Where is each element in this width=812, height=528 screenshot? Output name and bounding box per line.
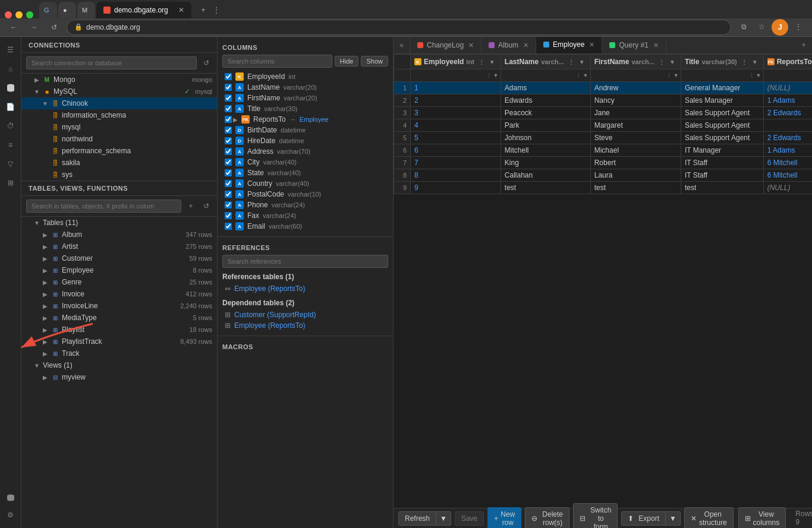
sidebar-list-btn[interactable]: ≡ (2, 137, 19, 153)
sidebar-file-btn[interactable]: 📄 (2, 99, 19, 115)
table-row[interactable]: 1 1 Adams Andrew General Manager (NULL) (394, 82, 813, 94)
cell-title[interactable]: Sales Support Agent (681, 107, 763, 119)
add-tab-btn[interactable]: + (795, 37, 812, 53)
sidebar-chart-btn[interactable]: ▽ (2, 156, 19, 172)
table-album[interactable]: ▶ ⊞ Album 347 rows (21, 229, 217, 241)
column-checkbox[interactable] (225, 180, 232, 187)
cell-reportsto[interactable]: 6 Mitchell (763, 169, 812, 182)
sidebar-hamburger-btn[interactable]: ☰ (2, 42, 19, 58)
column-checkbox[interactable] (225, 148, 232, 155)
tab-close-btn[interactable]: ✕ (653, 42, 659, 49)
filter-options-btn[interactable]: ⋮ (748, 71, 755, 80)
col-filter-btn[interactable]: ▼ (668, 57, 677, 67)
table-row[interactable]: 8 8 Callahan Laura IT Staff 6 Mitchell (394, 169, 813, 182)
sys-db[interactable]: 🗄 sys (21, 169, 217, 181)
show-columns-btn[interactable]: Show (361, 56, 388, 67)
cell-title[interactable]: General Manager (681, 82, 763, 94)
view-myview[interactable]: ▶ ⊟ myview (21, 371, 217, 383)
cell-firstname[interactable]: Laura (590, 169, 681, 182)
filter-input-employeeid[interactable] (412, 71, 486, 80)
column-checkbox[interactable] (225, 137, 232, 144)
tab-close-btn[interactable]: ✕ (589, 41, 594, 49)
menu-btn[interactable]: ⋮ (791, 19, 806, 34)
export-btn[interactable]: ⬆ Export (621, 511, 666, 526)
export-dropdown-btn[interactable]: ▼ (666, 511, 681, 526)
open-structure-btn[interactable]: ✕ Open structure (684, 507, 734, 529)
filter-input-firstname[interactable] (592, 71, 666, 80)
table-invoice[interactable]: ▶ ⊞ Invoice 412 rows (21, 288, 217, 300)
table-playlist[interactable]: ▶ ⊞ Playlist 18 rows (21, 324, 217, 336)
tab-close-btn[interactable]: ✕ (523, 42, 528, 49)
filter-clear-btn[interactable]: ▼ (582, 71, 589, 80)
filter-options-btn[interactable]: ⋮ (486, 71, 493, 80)
dep-customer-supportrepid[interactable]: ⊞ Customer (SupportRepId) (222, 309, 388, 320)
browser-tab-dbgate[interactable]: demo.dbgate.org ✕ (96, 2, 191, 18)
url-bar[interactable]: 🔒 demo.dbgate.org (67, 20, 731, 35)
col-filter-btn[interactable]: ▼ (487, 57, 497, 67)
table-row[interactable]: 7 7 King Robert IT Staff 6 Mitchell (394, 157, 813, 169)
new-tab-btn[interactable]: + (195, 2, 212, 18)
column-checkbox[interactable] (225, 169, 232, 176)
table-row[interactable]: 4 4 Park Margaret Sales Support Agent (394, 119, 813, 132)
cell-lastname[interactable]: Peacock (501, 107, 590, 119)
performance-schema-db[interactable]: 🗄 performance_schema (21, 145, 217, 157)
cell-lastname[interactable]: Park (501, 119, 590, 132)
sakila-db[interactable]: 🗄 sakila (21, 157, 217, 169)
add-table-btn[interactable]: + (185, 200, 197, 212)
new-row-btn[interactable]: + New row (487, 507, 521, 529)
dep-employee-reportsto[interactable]: ⊞ Employee (ReportsTo) (222, 320, 388, 331)
maximize-window-btn[interactable] (26, 11, 33, 18)
back-btn[interactable]: ← (6, 20, 21, 35)
cell-firstname[interactable]: Steve (590, 132, 681, 144)
cell-reportsto[interactable]: (NULL) (763, 182, 812, 194)
column-checkbox[interactable] (225, 212, 232, 219)
tab-album[interactable]: Album ✕ (481, 37, 536, 53)
filter-options-btn[interactable]: ⋮ (666, 71, 673, 80)
cell-firstname[interactable]: Robert (590, 157, 681, 169)
bookmark-btn[interactable]: ☆ (754, 19, 769, 34)
cell-lastname[interactable]: Callahan (501, 169, 590, 182)
view-columns-btn[interactable]: ⊞ View columns (738, 507, 786, 529)
cell-firstname[interactable]: Margaret (590, 119, 681, 132)
cell-reportsto[interactable]: (NULL) (763, 82, 812, 94)
table-playlisttrack[interactable]: ▶ ⊞ PlaylistTrack 8,493 rows (21, 336, 217, 347)
cell-firstname[interactable]: Nancy (590, 94, 681, 107)
column-checkbox[interactable] (225, 105, 232, 112)
cell-lastname[interactable]: Adams (501, 82, 590, 94)
reload-btn[interactable]: ↺ (46, 20, 62, 35)
cell-firstname[interactable]: test (590, 182, 681, 194)
connections-search-input[interactable] (26, 56, 197, 69)
tables-refresh-btn[interactable]: ↺ (200, 200, 212, 212)
sidebar-layers-btn[interactable]: ⊞ (2, 175, 19, 191)
cell-reportsto[interactable] (763, 119, 812, 132)
cell-employeeid[interactable]: 7 (411, 157, 501, 169)
information-schema-db[interactable]: 🗄 information_schema (21, 109, 217, 121)
cell-employeeid[interactable]: 3 (411, 107, 501, 119)
table-mediatype[interactable]: ▶ ⊞ MediaType 5 rows (21, 312, 217, 324)
cell-title[interactable]: IT Manager (681, 144, 763, 157)
chinook-db[interactable]: ▼ 🗄 Chinook (21, 97, 217, 109)
column-checkbox[interactable] (225, 159, 232, 166)
delete-rows-btn[interactable]: ⊖ Delete row(s) (525, 507, 569, 529)
filter-input-title[interactable] (682, 71, 748, 80)
table-row[interactable]: 5 5 Johnson Steve Sales Support Agent 2 … (394, 132, 813, 144)
browser-tab-3[interactable]: M (77, 2, 95, 18)
browser-tab-chrome[interactable]: G (39, 2, 57, 18)
tab-query1[interactable]: Query #1 ✕ (602, 37, 666, 53)
expand-arrow-icon[interactable]: ▶ (233, 116, 238, 123)
connections-refresh-btn[interactable]: ↺ (200, 57, 212, 69)
filter-clear-btn[interactable]: ▼ (672, 71, 679, 80)
cell-employeeid[interactable]: 2 (411, 94, 501, 107)
column-checkbox[interactable] (225, 116, 232, 123)
tabs-overflow-btn[interactable]: ⋮ (213, 2, 220, 18)
table-track[interactable]: ▶ ⊞ Track (21, 347, 217, 359)
tables-search-input[interactable] (26, 200, 181, 213)
cell-reportsto[interactable]: 1 Adams (763, 144, 812, 157)
minimize-window-btn[interactable] (15, 11, 23, 18)
filter-options-btn[interactable]: ⋮ (575, 71, 582, 80)
cell-employeeid[interactable]: 1 (411, 82, 501, 94)
cell-lastname[interactable]: Edwards (501, 94, 590, 107)
tab-close-btn[interactable]: ✕ (468, 42, 474, 49)
column-checkbox[interactable] (225, 127, 232, 134)
col-sort-btn[interactable]: ⋮ (477, 57, 486, 67)
